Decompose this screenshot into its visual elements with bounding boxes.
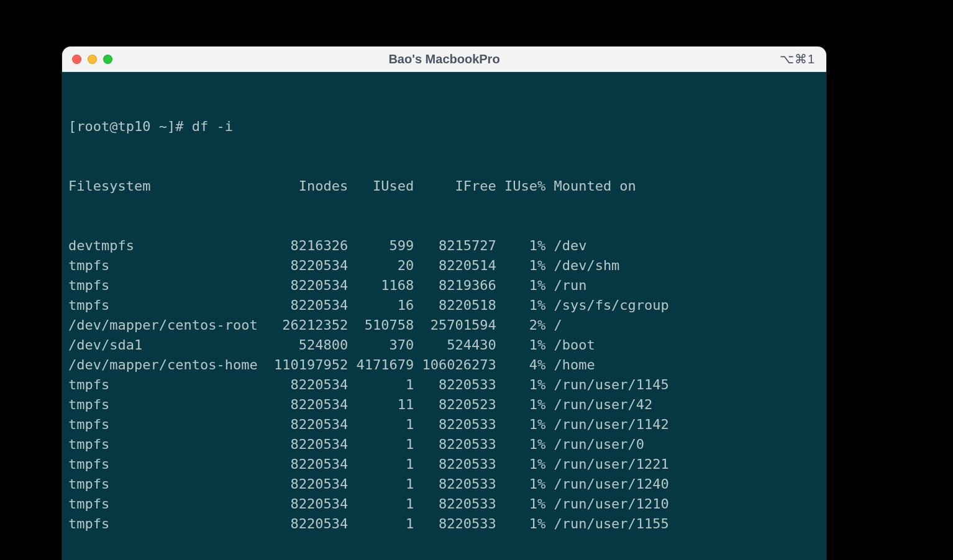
cell-mounted-on: /run/user/1210 — [545, 494, 669, 514]
cell-iuse-pct: 1% — [496, 395, 545, 415]
col-inodes: Inodes — [266, 176, 348, 196]
cell-iuse-pct: 1% — [496, 494, 545, 514]
cell-ifree: 524430 — [414, 335, 496, 355]
cell-ifree: 106026273 — [414, 355, 496, 375]
cell-iuse-pct: 1% — [496, 415, 545, 435]
cell-mounted-on: /run/user/1155 — [545, 514, 669, 534]
cell-mounted-on: /run/user/0 — [545, 435, 644, 454]
cell-ifree: 8220533 — [414, 375, 496, 395]
cell-iused: 1 — [348, 494, 414, 514]
cell-mounted-on: /run — [545, 276, 586, 296]
cell-iuse-pct: 1% — [496, 335, 545, 355]
cell-mounted-on: /boot — [545, 335, 595, 355]
cell-iuse-pct: 1% — [496, 474, 545, 494]
cell-mounted-on: /run/user/42 — [545, 395, 652, 415]
cell-inodes: 8220534 — [266, 296, 348, 315]
table-row: tmpfs8220534182205331%/run/user/1210 — [68, 494, 820, 514]
table-row: tmpfs82205341682205181%/sys/fs/cgroup — [68, 296, 820, 315]
cell-inodes: 8216326 — [266, 236, 348, 256]
traffic-lights — [72, 55, 112, 64]
cell-ifree: 8220514 — [414, 256, 496, 276]
cell-iuse-pct: 1% — [496, 375, 545, 395]
cell-iused: 20 — [348, 256, 414, 276]
cell-ifree: 8220533 — [414, 514, 496, 534]
cell-iuse-pct: 4% — [496, 355, 545, 375]
cell-filesystem: /dev/mapper/centos-root — [68, 315, 266, 335]
cell-iuse-pct: 1% — [496, 454, 545, 474]
cell-filesystem: tmpfs — [68, 256, 266, 276]
cell-mounted-on: /home — [545, 355, 595, 375]
cell-filesystem: tmpfs — [68, 435, 266, 454]
table-row: tmpfs8220534182205331%/run/user/1142 — [68, 415, 820, 435]
cell-inodes: 26212352 — [266, 315, 348, 335]
table-row: tmpfs8220534182205331%/run/user/1240 — [68, 474, 820, 494]
cell-filesystem: tmpfs — [68, 395, 266, 415]
cell-inodes: 524800 — [266, 335, 348, 355]
cell-filesystem: tmpfs — [68, 454, 266, 474]
cell-inodes: 8220534 — [266, 435, 348, 454]
cell-filesystem: tmpfs — [68, 375, 266, 395]
cell-iuse-pct: 1% — [496, 236, 545, 256]
cell-mounted-on: /sys/fs/cgroup — [545, 296, 669, 315]
cell-filesystem: tmpfs — [68, 276, 266, 296]
cell-iused: 370 — [348, 335, 414, 355]
cell-iused: 1 — [348, 375, 414, 395]
cell-inodes: 8220534 — [266, 375, 348, 395]
cell-iused: 11 — [348, 395, 414, 415]
cell-iused: 1 — [348, 474, 414, 494]
cell-iuse-pct: 2% — [496, 315, 545, 335]
col-ifree: IFree — [414, 176, 496, 196]
table-row: devtmpfs821632659982157271%/dev — [68, 236, 820, 256]
cell-iused: 1 — [348, 435, 414, 454]
cell-iused: 510758 — [348, 315, 414, 335]
cell-iuse-pct: 1% — [496, 514, 545, 534]
cell-inodes: 8220534 — [266, 256, 348, 276]
cell-iuse-pct: 1% — [496, 296, 545, 315]
terminal-body[interactable]: [root@tp10 ~]# df -i FilesystemInodesIUs… — [62, 72, 826, 560]
cell-iuse-pct: 1% — [496, 435, 545, 454]
cell-inodes: 8220534 — [266, 474, 348, 494]
minimize-icon[interactable] — [88, 55, 97, 64]
cell-iused: 4171679 — [348, 355, 414, 375]
prompt-text: [root@tp10 ~]# — [68, 117, 192, 137]
close-icon[interactable] — [72, 55, 81, 64]
cell-ifree: 8220533 — [414, 474, 496, 494]
titlebar[interactable]: Bao's MacbookPro ⌥⌘1 — [62, 47, 826, 72]
cell-ifree: 8220533 — [414, 494, 496, 514]
table-row: /dev/sda15248003705244301%/boot — [68, 335, 820, 355]
table-row: tmpfs82205342082205141%/dev/shm — [68, 256, 820, 276]
window-shortcut: ⌥⌘1 — [780, 52, 815, 66]
cell-mounted-on: /run/user/1145 — [545, 375, 669, 395]
cell-ifree: 8220518 — [414, 296, 496, 315]
cell-filesystem: devtmpfs — [68, 236, 266, 256]
command-text: df -i — [192, 117, 233, 137]
cell-ifree: 8220533 — [414, 415, 496, 435]
zoom-icon[interactable] — [103, 55, 112, 64]
window-title: Bao's MacbookPro — [62, 52, 826, 66]
cell-ifree: 8220533 — [414, 435, 496, 454]
cell-iuse-pct: 1% — [496, 256, 545, 276]
col-filesystem: Filesystem — [68, 176, 266, 196]
cell-iused: 16 — [348, 296, 414, 315]
table-row: tmpfs8220534182205331%/run/user/1221 — [68, 454, 820, 474]
prompt-line: [root@tp10 ~]# df -i — [68, 117, 820, 137]
cell-filesystem: tmpfs — [68, 296, 266, 315]
table-header: FilesystemInodesIUsedIFreeIUse%Mounted o… — [68, 176, 820, 196]
cell-mounted-on: /dev — [545, 236, 586, 256]
cell-mounted-on: /run/user/1221 — [545, 454, 669, 474]
cell-iused: 1168 — [348, 276, 414, 296]
cell-mounted-on: / — [545, 315, 562, 335]
cell-inodes: 8220534 — [266, 415, 348, 435]
col-iused: IUsed — [348, 176, 414, 196]
cell-ifree: 8215727 — [414, 236, 496, 256]
cell-iused: 1 — [348, 415, 414, 435]
table-row: tmpfs82205341182205231%/run/user/42 — [68, 395, 820, 415]
cell-filesystem: tmpfs — [68, 474, 266, 494]
cell-filesystem: tmpfs — [68, 415, 266, 435]
table-row: tmpfs8220534182205331%/run/user/1145 — [68, 375, 820, 395]
cell-iuse-pct: 1% — [496, 276, 545, 296]
cell-filesystem: /dev/mapper/centos-home — [68, 355, 266, 375]
cell-ifree: 8219366 — [414, 276, 496, 296]
table-row: /dev/mapper/centos-root26212352510758257… — [68, 315, 820, 335]
cell-inodes: 8220534 — [266, 494, 348, 514]
